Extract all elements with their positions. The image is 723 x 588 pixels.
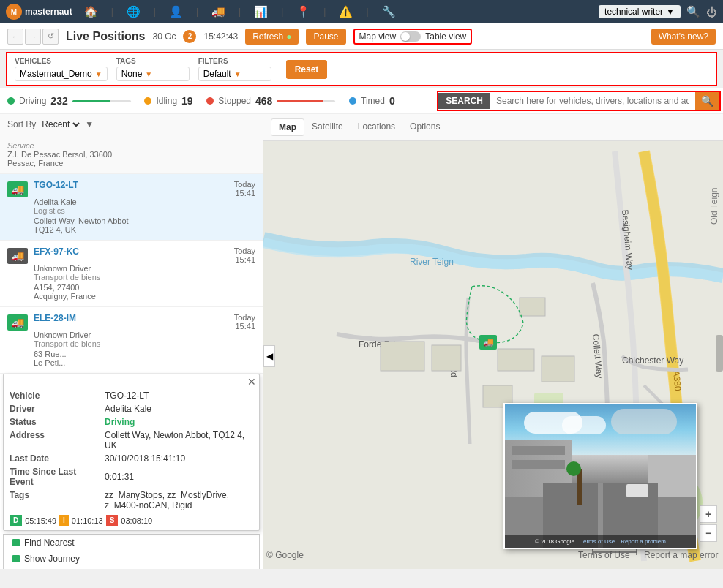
- vehicle-icon-truck: 🚚: [7, 313, 28, 367]
- tags-filter: TAGS None ▼: [116, 57, 190, 81]
- popup-driver-value: Adelita Kale: [99, 402, 259, 415]
- tags-select[interactable]: None ▼: [116, 67, 190, 81]
- popup-status-label: Status: [4, 415, 99, 429]
- reload-button[interactable]: ↺: [42, 29, 59, 45]
- map-tabs: Map Satellite Locations Options: [263, 114, 723, 141]
- time-display: 15:42:43: [203, 31, 238, 42]
- settings-header-icon[interactable]: ⏻: [706, 6, 717, 18]
- user-dropdown[interactable]: technical writer ▼: [599, 5, 681, 18]
- vehicle-popup-vehicle-label: Vehicle: [4, 389, 99, 402]
- stopped-progress: [277, 100, 323, 102]
- filters-arrow: ▼: [234, 70, 241, 78]
- map-controls: + −: [700, 505, 717, 542]
- warning-icon[interactable]: ⚠️: [336, 5, 356, 18]
- tab-options[interactable]: Options: [402, 118, 447, 136]
- home-icon[interactable]: 🏠: [81, 5, 101, 18]
- svg-rect-16: [432, 345, 461, 371]
- driving-value: 232: [50, 95, 67, 107]
- search-button[interactable]: 🔍: [695, 92, 719, 110]
- globe-icon[interactable]: 🌐: [124, 5, 143, 18]
- context-find-nearest[interactable]: Find Nearest: [4, 535, 259, 551]
- vehicle-time: 15:41: [234, 189, 255, 197]
- logo: M masternaut: [6, 4, 72, 20]
- context-show-journey[interactable]: Show Journey: [4, 551, 259, 567]
- map-scrollbar[interactable]: [716, 335, 723, 372]
- sort-select[interactable]: Recent: [39, 118, 82, 130]
- chart-icon[interactable]: 📊: [251, 5, 271, 18]
- list-item[interactable]: 🚚 EFX-97-KC Today 15:41 Unknown Driver T…: [0, 241, 263, 307]
- vehicle-time: 15:41: [234, 255, 255, 264]
- tab-map[interactable]: Map: [271, 118, 304, 136]
- list-item[interactable]: Service Z.I. De Pessac Bersol, 33600 Pes…: [0, 135, 263, 174]
- sv-terms: Terms of Use: [580, 538, 615, 545]
- vehicles-label: VEHICLES: [15, 57, 108, 65]
- map-nav-arrow[interactable]: ◀: [263, 345, 275, 367]
- timed-dot: [349, 97, 356, 105]
- vehicle-date: Today: [234, 246, 255, 255]
- popup-close-button[interactable]: ✕: [247, 376, 256, 388]
- svg-text:Terms of Use: Terms of Use: [578, 550, 630, 560]
- street-view-panel: © 2018 Google Terms of Use Report a prob…: [503, 403, 697, 549]
- vehicles-select[interactable]: Masternaut_Demo ▼: [15, 67, 108, 81]
- back-button[interactable]: ←: [7, 29, 23, 45]
- svg-text:© Google: © Google: [266, 550, 304, 560]
- table-row: Driver Adelita Kale: [4, 402, 259, 415]
- truck-icon[interactable]: 🚚: [209, 5, 228, 18]
- stopped-dot: [206, 97, 214, 105]
- logo-text: masternaut: [25, 7, 72, 17]
- reset-button[interactable]: Reset: [286, 60, 328, 79]
- search-input[interactable]: [490, 93, 695, 109]
- map-view-label[interactable]: Map view: [359, 31, 397, 42]
- tags-label: TAGS: [116, 57, 190, 65]
- tab-locations[interactable]: Locations: [351, 118, 402, 136]
- vehicle-driver: Unknown Driver: [34, 331, 255, 339]
- list-item[interactable]: 🚚 ELE-28-IM Today 15:41 Unknown Driver T…: [0, 307, 263, 374]
- popup-timesince-label: Time Since Last Event: [4, 465, 99, 489]
- vehicles-value: Masternaut_Demo: [20, 69, 92, 79]
- map-vehicle-marker[interactable]: 🚚: [479, 335, 497, 350]
- popup-tags-label: Tags: [4, 489, 99, 512]
- timed-value: 0: [389, 95, 395, 107]
- refresh-button[interactable]: Refresh ●: [245, 29, 299, 45]
- timeline-row: D 05:15:49 I 01:10:13 S 03:08:10: [4, 512, 259, 530]
- sort-bar: Sort By Recent ▼: [0, 114, 263, 135]
- tab-satellite[interactable]: Satellite: [304, 118, 351, 136]
- main-layout: Sort By Recent ▼ Service Z.I. De Pessac …: [0, 114, 723, 569]
- vehicle-date: Today: [234, 313, 255, 322]
- zoom-out-button[interactable]: −: [700, 524, 717, 542]
- badge-number: 2: [183, 30, 196, 43]
- context-whos-been[interactable]: Who's Been There?: [4, 567, 259, 569]
- popup-address-value: Collett Way, Newton Abbot, TQ12 4, UK: [99, 429, 259, 452]
- vehicles-arrow: ▼: [95, 70, 102, 78]
- vehicle-driver: Adelita Kale: [34, 197, 255, 206]
- badge-d: D: [10, 515, 22, 526]
- badge-i: I: [59, 515, 69, 526]
- popup-vehicle-value: TGO-12-LT: [99, 389, 259, 402]
- list-item[interactable]: 🚚 TGO-12-LT Today 15:41 Adelita Kale Log…: [0, 174, 263, 241]
- user-name: technical writer: [604, 7, 663, 17]
- tags-value: None: [121, 69, 143, 79]
- badge-d-time: 05:15:49: [25, 516, 56, 525]
- search-header-icon[interactable]: 🔍: [686, 5, 700, 18]
- forward-button[interactable]: →: [25, 29, 41, 45]
- view-toggle-switch[interactable]: [400, 31, 421, 42]
- table-view-label[interactable]: Table view: [425, 31, 466, 42]
- person-icon[interactable]: 👤: [166, 5, 186, 18]
- date-display: 30 Oc: [152, 31, 176, 42]
- filters-select[interactable]: Default ▼: [198, 67, 271, 81]
- zoom-in-button[interactable]: +: [700, 505, 717, 523]
- svg-text:Report a map error: Report a map error: [644, 550, 718, 560]
- dropdown-arrow: ▼: [666, 7, 675, 17]
- map-container[interactable]: River Teign Old Teign A380 Besigheim Way…: [263, 141, 723, 569]
- location-icon[interactable]: 📍: [293, 5, 313, 18]
- popup-driver-label: Driver: [4, 402, 99, 415]
- vehicle-address2: Pessac, France: [7, 159, 255, 167]
- vehicle-name: Service: [7, 141, 255, 150]
- driving-dot: [7, 97, 15, 105]
- whats-new-button[interactable]: What's new?: [651, 29, 716, 45]
- popup-lastdate-label: Last Date: [4, 452, 99, 465]
- timed-label: Timed: [361, 96, 385, 106]
- pause-button[interactable]: Pause: [306, 29, 345, 45]
- street-view-image: © 2018 Google Terms of Use Report a prob…: [505, 404, 696, 548]
- wrench-icon[interactable]: 🔧: [379, 5, 399, 18]
